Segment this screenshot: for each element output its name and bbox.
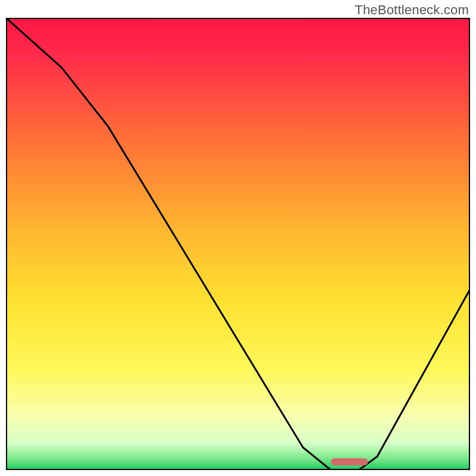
bottleneck-chart [6,18,470,470]
optimal-range-marker [331,458,368,465]
chart-frame [6,18,470,470]
watermark-text: TheBottleneck.com [355,2,469,18]
